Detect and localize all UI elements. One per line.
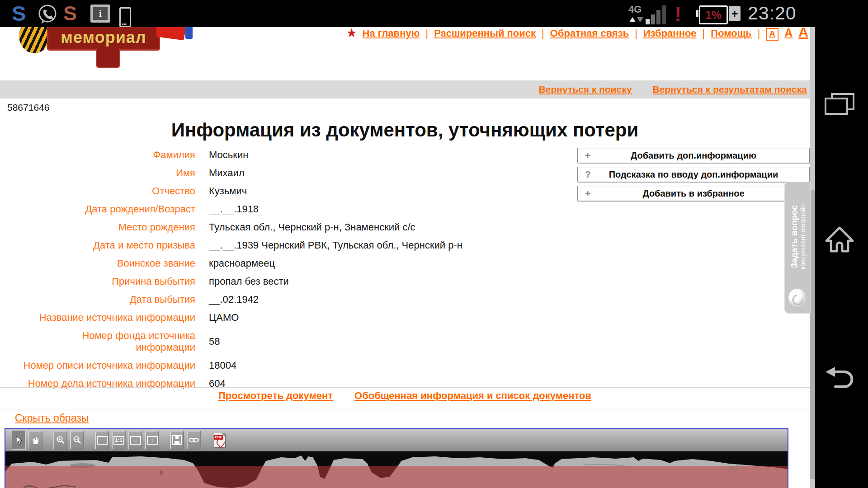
battery-nub: [696, 10, 698, 17]
plus-icon: +: [585, 150, 590, 161]
add-favorite-label: Добавить в избранное: [642, 188, 744, 199]
status-bar: S S i 4G ! 1% + 23:20: [0, 0, 868, 27]
back-to-results-link[interactable]: Вернуться к результатам поиска: [653, 84, 807, 95]
chat-bubble-icon: [788, 289, 807, 307]
add-favorite-button[interactable]: + Добавить в избранное: [577, 186, 810, 201]
status-clock: 23:20: [748, 3, 797, 24]
record-actions: + Добавить доп.информацию ? Подсказка по…: [577, 148, 810, 205]
recent-apps-button[interactable]: [825, 93, 854, 115]
export-pdf-button[interactable]: PDF: [212, 430, 227, 450]
hide-images-link[interactable]: Скрыть образы: [15, 412, 89, 424]
fit-height-icon: ↕: [147, 436, 158, 445]
hint-label: Подсказка по вводу доп.информации: [609, 169, 778, 180]
field-row: ОтчествоКузьмич: [0, 185, 552, 197]
nav-separator: |: [758, 28, 760, 39]
field-row: Дата и место призыва__.__.1939 Чернский …: [0, 239, 552, 251]
copy-link-button[interactable]: [187, 431, 201, 450]
device-icon: [119, 7, 131, 27]
field-value: 604: [195, 378, 226, 389]
separator-line: [0, 387, 810, 388]
viewer-toolbar: 1:1 ↔ ↕ PDF: [5, 429, 788, 451]
field-label: Место рождения: [0, 221, 195, 233]
field-value: __.02.1942: [195, 294, 259, 305]
record-fields: ФамилияМоськин ИмяМихаил ОтчествоКузьмич…: [0, 149, 552, 396]
upload-arrow-icon: [629, 17, 636, 22]
field-value: Кузьмич: [195, 185, 247, 197]
field-value: 18004: [195, 360, 236, 371]
fit-height-button[interactable]: ↕: [145, 431, 159, 450]
hint-button[interactable]: ? Подсказка по вводу доп.информации: [577, 167, 810, 182]
signal-bars-icon: [646, 5, 667, 24]
alert-icon: !: [675, 2, 681, 26]
view-document-link[interactable]: Просмотреть документ: [218, 390, 333, 402]
field-value: Тульская обл., Чернский р-н, Знаменский …: [195, 221, 415, 233]
floppy-disk-icon: [172, 435, 182, 445]
nav-help-link[interactable]: Помощь: [711, 28, 751, 39]
whatsapp-icon: [37, 4, 58, 24]
field-row: ИмяМихаил: [0, 167, 552, 179]
consultant-line2: консультант оффлайн: [799, 204, 807, 269]
field-label: Дата выбытия: [0, 294, 195, 305]
logo-text: мемориал: [61, 29, 146, 49]
field-row: ФамилияМоськин: [0, 149, 552, 161]
actual-size-button[interactable]: 1:1: [112, 431, 126, 450]
select-tool-button[interactable]: [12, 431, 26, 450]
cursor-icon: [15, 436, 22, 445]
zoom-out-icon: [73, 436, 81, 444]
save-image-button[interactable]: [170, 431, 184, 450]
nav-home-link[interactable]: На главную: [363, 28, 420, 39]
field-row: Номер дела источника информации604: [0, 378, 552, 389]
field-value: Моськин: [195, 149, 248, 161]
info-badge-icon: i: [90, 5, 110, 23]
field-label: Отчество: [0, 185, 195, 197]
field-row: Номер описи источника информации18004: [0, 360, 552, 371]
consultant-line1: Задать вопрос: [789, 205, 799, 268]
field-row: Дата выбытия__.02.1942: [0, 294, 552, 305]
page-title: Информация из документов, уточняющих пот…: [0, 119, 810, 141]
nav-separator: |: [703, 28, 705, 39]
one-to-one-icon: 1:1: [113, 436, 124, 445]
nav-separator: |: [635, 28, 637, 39]
skype-alt-icon: S: [63, 1, 77, 26]
fit-width-icon: ↔: [130, 436, 141, 445]
add-info-label: Добавить доп.информацию: [631, 150, 756, 161]
fit-width-button[interactable]: ↔: [128, 431, 142, 450]
nav-separator: |: [425, 28, 428, 39]
nav-feedback-link[interactable]: Обратная связь: [550, 28, 629, 39]
field-value: 58: [195, 336, 220, 347]
field-label: Номер фонда источника информации: [0, 330, 195, 353]
link-icon: [189, 437, 199, 443]
field-row: Место рожденияТульская обл., Чернский р-…: [0, 221, 552, 233]
star-icon: ★: [347, 27, 357, 39]
field-value: красноармеец: [195, 258, 275, 269]
summary-info-link[interactable]: Обобщенная информация и список документо…: [354, 390, 591, 402]
nav-advanced-search-link[interactable]: Расширенный поиск: [434, 28, 536, 39]
zoom-out-button[interactable]: [70, 431, 84, 450]
back-button[interactable]: [824, 366, 856, 392]
skype-icon: S: [12, 1, 26, 26]
field-row: Название источника информацииЦАМО: [0, 312, 552, 324]
nav-favorites-link[interactable]: Избранное: [643, 28, 697, 39]
field-label: Номер дела источника информации: [0, 378, 195, 389]
consultant-text: Задать вопрос консультант оффлайн: [788, 182, 807, 289]
field-value: __.__.1939 Чернский РВК, Тульская обл., …: [195, 239, 462, 251]
recents-icon: [825, 98, 848, 115]
font-size-medium-button[interactable]: А: [784, 26, 793, 39]
select-region-button[interactable]: [95, 431, 109, 450]
logo-banner-tab: [96, 48, 120, 68]
document-scan-image[interactable]: [5, 451, 788, 488]
back-to-search-link[interactable]: Вернуться к поиску: [539, 84, 632, 95]
region-icon: [97, 436, 108, 445]
ask-consultant-widget[interactable]: Задать вопрос консультант оффлайн: [784, 182, 811, 314]
zoom-in-button[interactable]: [53, 431, 67, 450]
battery-icon: 1%: [699, 5, 728, 24]
font-size-small-button[interactable]: А: [766, 28, 779, 41]
field-value: __.__.1918: [195, 203, 259, 215]
download-arrow-icon: [637, 17, 643, 22]
separator-line: [0, 409, 810, 409]
add-info-button[interactable]: + Добавить доп.информацию: [577, 148, 810, 163]
home-button[interactable]: [823, 223, 856, 257]
field-label: Воинское звание: [0, 258, 195, 269]
field-label: Имя: [0, 167, 195, 179]
pan-tool-button[interactable]: [28, 431, 42, 450]
